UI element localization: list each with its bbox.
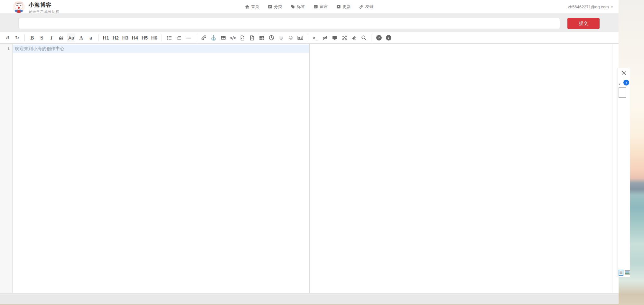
help-badge-icon[interactable]: ? <box>623 80 629 85</box>
watch-toggle-eye-slash-icon[interactable] <box>321 33 329 42</box>
h5-button[interactable]: H5 <box>141 33 148 42</box>
text-option-icon[interactable] <box>619 270 623 276</box>
submit-button[interactable]: 提交 <box>567 18 600 29</box>
update-icon <box>336 4 341 9</box>
nav-item-home[interactable]: 首页 <box>245 4 259 10</box>
article-title-input[interactable] <box>18 18 560 29</box>
image-option-icon[interactable] <box>625 270 630 275</box>
nav-item-category[interactable]: 分类 <box>268 4 282 10</box>
panel-input[interactable] <box>619 87 626 98</box>
redo-icon[interactable]: ↻ <box>13 33 21 42</box>
line-number-gutter: 1 <box>0 44 13 293</box>
info-icon[interactable]: i <box>385 33 392 42</box>
h1-button[interactable]: H1 <box>102 33 110 42</box>
reference-link-anchor-icon[interactable]: ⚓ <box>210 33 217 42</box>
compose-bar: 提交 <box>0 13 619 32</box>
line-number: 1 <box>7 46 10 51</box>
main-nav: 首页 分类 标签 留言 更新 友链 <box>0 0 619 13</box>
preformatted-text-icon[interactable] <box>238 33 246 42</box>
undo-icon[interactable]: ↺ <box>4 33 11 42</box>
clear-eraser-icon[interactable] <box>350 33 358 42</box>
table-icon[interactable] <box>258 33 266 42</box>
unordered-list-icon[interactable] <box>165 33 173 42</box>
chevron-down-icon: ∨ <box>611 5 613 8</box>
html-entities-icon[interactable]: © <box>287 33 294 42</box>
datetime-clock-icon[interactable] <box>267 33 275 42</box>
svg-text:3: 3 <box>177 38 178 40</box>
tag-icon <box>291 4 295 9</box>
goto-line-button[interactable]: >_ <box>312 33 319 42</box>
italic-button[interactable]: I <box>48 33 55 42</box>
toolbar-divider <box>308 34 308 41</box>
markdown-preview-pane <box>310 44 612 293</box>
insert-link-icon[interactable] <box>200 33 208 42</box>
preview-monitor-icon[interactable] <box>331 33 339 42</box>
category-icon <box>268 4 272 9</box>
h2-button[interactable]: H2 <box>112 33 119 42</box>
emoji-icon[interactable]: ☺ <box>277 33 285 42</box>
ucwords-button[interactable]: Aa <box>67 33 75 42</box>
preview-pane-edge <box>612 44 612 293</box>
code-block-icon[interactable] <box>248 33 256 42</box>
h4-button[interactable]: H4 <box>131 33 139 42</box>
page-container: 小海博客 记录学习成长历程 首页 分类 标签 留言 更新 <box>0 0 619 304</box>
editor-placeholder-text[interactable]: 欢迎来到小海的创作中心 <box>15 46 64 52</box>
markdown-editor: 1 欢迎来到小海的创作中心 <box>0 44 619 293</box>
chevron-down-icon[interactable]: ∨ <box>618 82 621 86</box>
quote-icon[interactable] <box>57 33 65 42</box>
help-icon[interactable]: ? <box>375 33 383 42</box>
toolbar-divider <box>162 34 162 41</box>
toolbar-divider <box>196 34 196 41</box>
nav-item-comments[interactable]: 留言 <box>313 4 328 10</box>
page-footer <box>0 293 619 304</box>
home-icon <box>245 4 249 9</box>
user-menu[interactable]: zh56462271@qq.com ∨ <box>568 0 613 13</box>
nav-item-friend-links[interactable]: 友链 <box>359 4 374 10</box>
h3-button[interactable]: H3 <box>121 33 129 42</box>
lowercase-button[interactable]: a <box>87 33 95 42</box>
toolbar-divider <box>24 34 25 41</box>
user-email: zh56462271@qq.com <box>568 4 609 9</box>
uppercase-button[interactable]: A <box>77 33 85 42</box>
pagebreak-icon[interactable] <box>296 33 304 42</box>
insert-image-icon[interactable] <box>219 33 227 42</box>
bold-button[interactable]: B <box>28 33 36 42</box>
strikethrough-button[interactable]: S <box>38 33 46 42</box>
nav-item-updates[interactable]: 更新 <box>336 4 351 10</box>
search-icon[interactable] <box>360 33 368 42</box>
h6-button[interactable]: H6 <box>150 33 158 42</box>
horizontal-rule-button[interactable]: — <box>185 33 192 42</box>
inline-code-button[interactable]: </> <box>229 33 237 42</box>
ordered-list-icon[interactable]: 123 <box>175 33 183 42</box>
toolbar-divider <box>98 34 98 41</box>
editor-toolbar: ↺ ↻ B S I Aa A a H1 H2 H3 H4 H5 H6 123 —… <box>0 32 619 44</box>
message-icon <box>313 4 318 9</box>
floating-tool-panel: ∨ ? <box>618 68 630 277</box>
link-icon <box>359 4 364 9</box>
close-icon[interactable] <box>621 70 626 76</box>
site-header: 小海博客 记录学习成长历程 首页 分类 标签 留言 更新 <box>0 0 619 13</box>
fullscreen-icon[interactable] <box>341 33 348 42</box>
toolbar-divider <box>371 34 371 41</box>
nav-item-tags[interactable]: 标签 <box>291 4 305 10</box>
